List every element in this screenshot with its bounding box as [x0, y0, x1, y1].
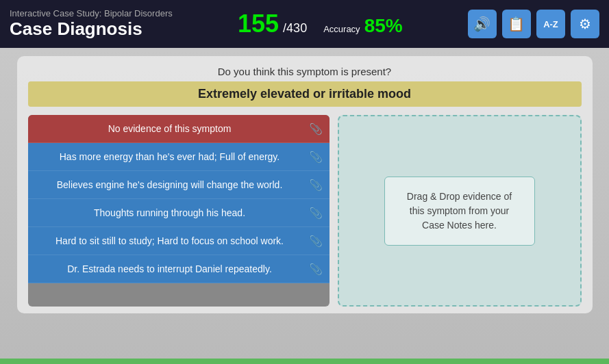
glossary-icon: A-Z — [543, 19, 558, 29]
list-item-text: Has more energy than he's ever had; Full… — [60, 151, 279, 162]
list-item-text: Believes engine he's designing will chan… — [57, 179, 283, 190]
volume-button[interactable]: 🔊 — [468, 10, 497, 38]
page-title: Case Diagnosis — [10, 18, 173, 40]
score-total: /430 — [283, 21, 307, 36]
list-item[interactable]: Dr. Estrada needs to interrupt Daniel re… — [28, 255, 330, 283]
score-value: 155 — [238, 10, 279, 38]
list-item[interactable]: No evidence of this symptom 📎 — [28, 115, 330, 143]
progress-bar — [0, 359, 609, 364]
drop-zone-text: Drag & Drop evidence of this symptom fro… — [407, 191, 512, 231]
header-left: Interactive Case Study: Bipolar Disorder… — [10, 8, 173, 40]
question-text: Do you think this symptom is present? — [28, 66, 582, 77]
volume-icon: 🔊 — [473, 16, 490, 32]
app-subtitle: Interactive Case Study: Bipolar Disorder… — [10, 8, 173, 18]
clip-icon: 📎 — [309, 122, 323, 135]
clip-icon: 📎 — [309, 263, 323, 276]
clip-icon: 📎 — [309, 235, 323, 248]
settings-button[interactable]: ⚙ — [571, 10, 599, 38]
main-area: Do you think this symptom is present? Ex… — [0, 48, 609, 364]
clip-icon: 📎 — [309, 207, 323, 220]
notes-button[interactable]: 📋 — [502, 10, 531, 38]
list-item[interactable]: Hard to sit still to study; Hard to focu… — [28, 227, 330, 255]
accuracy-label: Accuracy — [323, 24, 360, 34]
list-item-text: Hard to sit still to study; Hard to focu… — [55, 235, 284, 246]
symptom-banner: Extremely elevated or irritable mood — [28, 81, 582, 107]
evidence-list: No evidence of this symptom 📎 Has more e… — [28, 115, 330, 307]
score-area: 155 /430 Accuracy 85% — [238, 10, 403, 38]
accuracy-value: 85% — [364, 15, 403, 37]
drop-zone-label: Drag & Drop evidence of this symptom fro… — [384, 177, 535, 246]
drop-zone[interactable]: Drag & Drop evidence of this symptom fro… — [338, 115, 582, 307]
settings-icon: ⚙ — [579, 16, 591, 32]
glossary-button[interactable]: A-Z — [536, 10, 565, 38]
list-item-text: Thoughts running through his head. — [94, 207, 245, 218]
list-item-text: No evidence of this symptom — [108, 123, 232, 134]
clip-icon: 📎 — [309, 151, 323, 164]
evidence-list-scroll[interactable]: No evidence of this symptom 📎 Has more e… — [28, 115, 330, 283]
list-item[interactable]: Thoughts running through his head. 📎 — [28, 199, 330, 227]
clip-icon: 📎 — [309, 179, 323, 192]
two-column-layout: No evidence of this symptom 📎 Has more e… — [28, 115, 582, 307]
header-toolbar: 🔊 📋 A-Z ⚙ — [468, 10, 599, 38]
list-item[interactable]: Has more energy than he's ever had; Full… — [28, 143, 330, 171]
list-item-text: Dr. Estrada needs to interrupt Daniel re… — [67, 263, 272, 274]
content-card: Do you think this symptom is present? Ex… — [17, 56, 593, 313]
notes-icon: 📋 — [508, 16, 525, 32]
list-item[interactable]: Believes engine he's designing will chan… — [28, 171, 330, 199]
header: Interactive Case Study: Bipolar Disorder… — [0, 0, 609, 48]
